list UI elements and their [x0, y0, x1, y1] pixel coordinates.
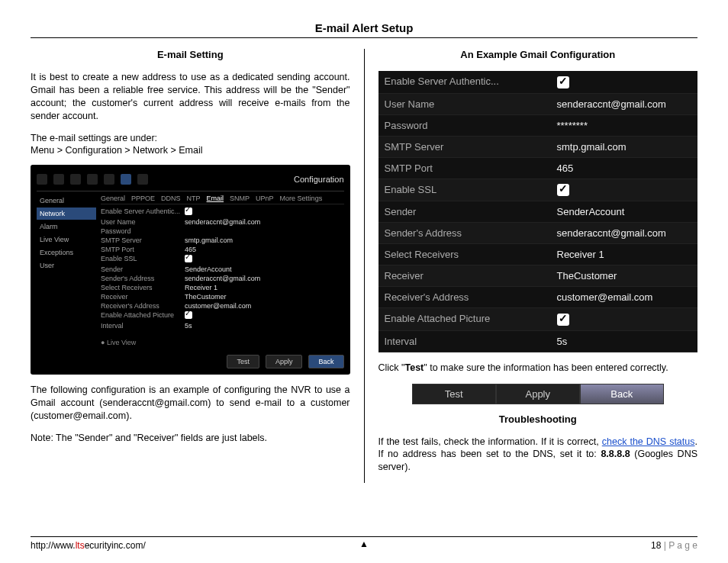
up-triangle-icon: ▲ [359, 539, 369, 549]
play-icon [37, 174, 47, 185]
record-icon [70, 174, 81, 185]
config-key: Enable Attached Picture [378, 308, 551, 330]
checkbox-icon[interactable] [185, 255, 192, 262]
left-p3: The following configuration is an exampl… [31, 384, 350, 423]
sidebar-item-user[interactable]: User [37, 259, 96, 272]
kv-row: SenderSenderAccount [101, 265, 344, 273]
dns-status-link[interactable]: check the DNS status [602, 436, 695, 447]
tab-email[interactable]: Email [207, 195, 224, 202]
kv-key: Sender [101, 265, 185, 273]
tab-more-settings[interactable]: More Settings [280, 195, 323, 202]
footer-url-c: ecurityinc.com/ [85, 540, 146, 551]
config-value [551, 71, 698, 93]
left-p2a: The e-mail settings are under: [31, 133, 157, 143]
config-key: Select Receivers [378, 244, 551, 265]
kv-key: Receiver [101, 293, 185, 301]
tab-ddns[interactable]: DDNS [161, 195, 181, 202]
kv-key: Interval [101, 322, 185, 330]
tab-upnp[interactable]: UPnP [256, 195, 274, 202]
kv-value: Receiver 1 [185, 284, 217, 291]
left-p2b: Menu > Configuration > Network > Email [31, 145, 202, 156]
config-row: SenderSenderAccount [378, 201, 698, 223]
kv-row: Receiver's Addresscustomer@email.com [101, 302, 344, 310]
sidebar-item-live-view[interactable]: Live View [37, 233, 96, 246]
tab-snmp[interactable]: SNMP [230, 195, 250, 202]
checkbox-icon[interactable] [185, 311, 192, 319]
sidebar-item-network[interactable]: Network [37, 208, 96, 220]
live-view-label: Live View [107, 339, 136, 346]
test-button[interactable]: Test [412, 384, 496, 404]
config-value: customer@email.com [551, 287, 698, 307]
config-key: SMTP Port [378, 158, 551, 179]
kv-value: SenderAccount [185, 265, 232, 273]
kv-value: senderaccnt@gmail.com [185, 275, 260, 282]
kv-row: Select ReceiversReceiver 1 [101, 284, 344, 291]
button-bar: Test Apply Back [412, 384, 664, 404]
config-value: SenderAccount [551, 201, 698, 222]
page-number: 18 [651, 540, 661, 551]
config-value: smtp.gmail.com [551, 137, 698, 157]
shot-test-button[interactable]: Test [227, 355, 259, 368]
checkbox-icon[interactable] [185, 208, 192, 215]
config-value [551, 179, 698, 201]
config-value: 5s [551, 331, 698, 352]
kv-key: SMTP Port [101, 246, 185, 253]
kv-value: TheCustomer [185, 293, 227, 301]
tab-pppoe[interactable]: PPPOE [131, 195, 155, 202]
left-p4: Note: The "Sender" and "Receiver" fields… [31, 432, 350, 445]
hdd-icon [87, 174, 98, 185]
apply-button[interactable]: Apply [496, 384, 580, 404]
config-table: Enable Server Authentic...User Namesende… [378, 71, 698, 352]
kv-key: User Name [101, 218, 185, 226]
kv-row: User Namesenderaccnt@gmail.com [101, 218, 344, 226]
config-row: Enable Server Authentic... [378, 71, 698, 94]
shot-apply-button[interactable]: Apply [266, 355, 303, 368]
checkbox-icon[interactable] [557, 76, 569, 88]
tab-ntp[interactable]: NTP [187, 195, 201, 202]
kv-key: Enable SSL [101, 255, 185, 264]
kv-value [185, 208, 192, 217]
kv-row: Enable Server Authentic... [101, 208, 344, 217]
config-value: Receiver 1 [551, 244, 698, 265]
kv-key: Receiver's Address [101, 302, 185, 310]
sidebar-item-general[interactable]: General [37, 195, 96, 207]
config-key: User Name [378, 94, 551, 114]
config-key: Sender's Address [378, 223, 551, 243]
kv-key: Select Receivers [101, 284, 185, 291]
sidebar-item-exceptions[interactable]: Exceptions [37, 246, 96, 259]
tabs: GeneralPPPOEDDNSNTPEmailSNMPUPnPMore Set… [101, 195, 344, 204]
kv-key: Password [101, 227, 185, 235]
kv-key: Enable Attached Picture [101, 311, 185, 320]
kv-row: SMTP Port465 [101, 246, 344, 253]
shot-back-button[interactable]: Back [308, 355, 343, 368]
config-value: 465 [551, 158, 698, 179]
kv-value [185, 255, 192, 264]
right-heading: An Example Gmail Configuration [378, 49, 698, 60]
back-button[interactable]: Back [580, 384, 664, 404]
page-footer: http://www.ltsecurityinc.com/ ▲ 18 | P a… [31, 536, 697, 551]
kv-row: Enable Attached Picture [101, 311, 344, 320]
ts-a: If the test fails, check the information… [378, 436, 602, 447]
tab-general[interactable]: General [101, 195, 125, 202]
config-key: Enable Server Authentic... [378, 71, 551, 93]
config-value: senderaccnt@gmail.com [551, 94, 698, 114]
click-test-b: Test [405, 362, 424, 373]
config-key: Receiver [378, 265, 551, 286]
checkbox-icon[interactable] [557, 314, 569, 326]
config-key: SMTP Server [378, 137, 551, 157]
kv-key: SMTP Server [101, 236, 185, 244]
export-icon [53, 174, 64, 185]
checkbox-icon[interactable] [557, 184, 569, 196]
config-row: Select ReceiversReceiver 1 [378, 244, 698, 265]
kv-row: Enable SSL [101, 255, 344, 264]
config-row: Enable Attached Picture [378, 308, 698, 331]
title-rule [31, 37, 697, 38]
kv-row: Interval5s [101, 322, 344, 330]
kv-key: Sender's Address [101, 275, 185, 282]
config-label: Configuration [294, 175, 343, 184]
ts-dns: 8.8.8.8 [601, 449, 630, 459]
kv-value: senderaccnt@gmail.com [185, 218, 260, 226]
footer-url-a: http://www. [31, 540, 76, 551]
sidebar-item-alarm[interactable]: Alarm [37, 220, 96, 233]
sidebar: GeneralNetworkAlarmLive ViewExceptionsUs… [37, 195, 96, 347]
